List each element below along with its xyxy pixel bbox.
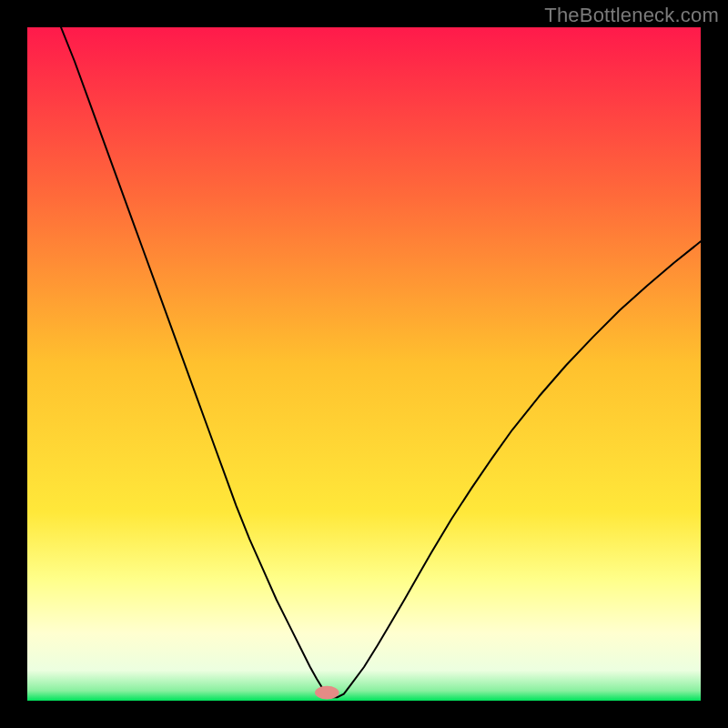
gradient-background [27, 27, 701, 701]
optimum-marker [315, 686, 339, 700]
chart-svg [27, 27, 701, 701]
plot-area [27, 27, 701, 701]
chart-frame: TheBottleneck.com [0, 0, 728, 728]
watermark-text: TheBottleneck.com [544, 4, 719, 27]
